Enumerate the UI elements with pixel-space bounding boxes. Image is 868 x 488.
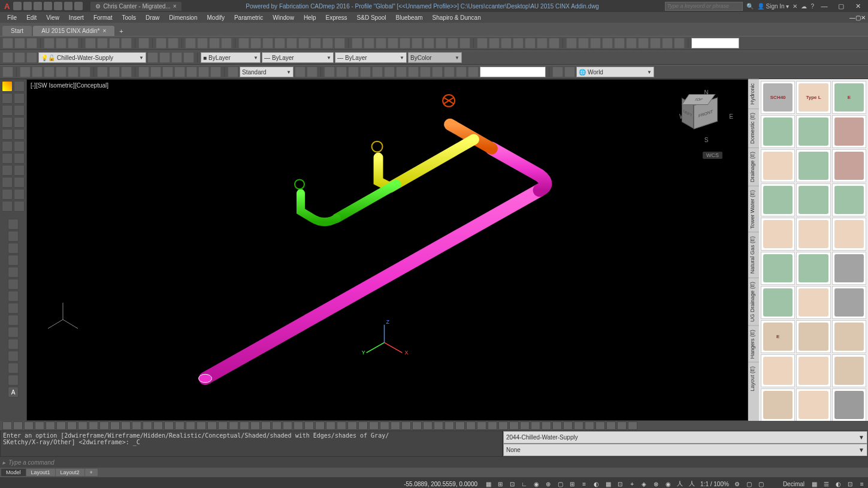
palette-item[interactable] <box>832 286 866 319</box>
palette-item[interactable]: E <box>761 320 795 353</box>
zoom-window-button[interactable] <box>209 38 220 49</box>
cadmep-button[interactable] <box>218 421 228 430</box>
menu-tools[interactable]: Tools <box>117 13 141 22</box>
tool-button[interactable] <box>602 38 613 49</box>
palette-item[interactable] <box>761 115 795 148</box>
cadmep-button[interactable] <box>498 421 508 430</box>
status-toggle[interactable]: ⚙ <box>731 478 743 488</box>
cadmep-button[interactable] <box>132 421 141 430</box>
draw-button[interactable] <box>2 93 13 104</box>
undo-button[interactable] <box>156 38 167 49</box>
draw-button[interactable] <box>14 165 25 176</box>
tool-button[interactable] <box>286 38 297 49</box>
new-button[interactable] <box>2 38 13 49</box>
status-toggle[interactable]: ⊡ <box>844 478 856 488</box>
draw-button[interactable] <box>14 93 25 104</box>
menu-help[interactable]: Help <box>299 13 321 22</box>
layer-button[interactable] <box>147 52 158 63</box>
draw-button[interactable] <box>2 141 13 152</box>
viewcube-east[interactable]: E <box>729 113 733 120</box>
cadmep-button[interactable] <box>175 421 185 430</box>
signin-link[interactable]: 👤 Sign In ▾ <box>757 3 790 10</box>
tool-button[interactable] <box>228 67 238 77</box>
wcs-label[interactable]: WCS <box>703 152 722 159</box>
tool-button[interactable] <box>435 38 446 49</box>
tool-button[interactable] <box>477 38 488 49</box>
cadmep-button[interactable] <box>444 421 454 430</box>
tool-button[interactable] <box>150 67 161 77</box>
cadmep-button[interactable] <box>78 421 87 430</box>
menu-modify[interactable]: Modify <box>202 13 229 22</box>
tool-button[interactable] <box>121 67 132 77</box>
modify-button[interactable] <box>8 363 19 373</box>
draw-button[interactable] <box>14 129 25 140</box>
menu-express[interactable]: Express <box>320 13 352 22</box>
menu-shapiro[interactable]: Shapiro & Duncan <box>428 13 486 22</box>
palette-item[interactable] <box>832 218 866 251</box>
menu-edit[interactable]: Edit <box>22 13 41 22</box>
cadmep-button[interactable] <box>304 421 314 430</box>
maximize-icon[interactable]: ▢ <box>834 2 848 10</box>
status-toggle[interactable]: ▦ <box>482 478 494 488</box>
tool-button[interactable] <box>459 38 470 49</box>
menu-window[interactable]: Window <box>268 13 299 22</box>
block-button[interactable] <box>138 38 149 49</box>
modify-button[interactable] <box>8 267 19 278</box>
palette-item[interactable] <box>796 354 830 387</box>
palette-item[interactable] <box>761 218 795 251</box>
service-combo[interactable]: 2044-Chilled-Water-Supply▼ <box>503 431 867 444</box>
menu-sdspool[interactable]: S&D Spool <box>352 13 391 22</box>
paste-button[interactable] <box>109 38 120 49</box>
tool-button[interactable] <box>174 67 185 77</box>
input-field[interactable] <box>691 38 739 49</box>
modify-button[interactable] <box>8 303 19 314</box>
tab-layout2[interactable]: Layout2 <box>56 469 84 476</box>
tool-button[interactable] <box>626 38 637 49</box>
palette-tab-ugdrainage[interactable]: UG Drainage (E) <box>748 278 759 326</box>
tool-button[interactable] <box>322 38 333 49</box>
cadmep-button[interactable] <box>164 421 174 430</box>
color-combo[interactable]: ■ ByLayer▼ <box>201 52 261 63</box>
tool-button[interactable] <box>44 67 55 77</box>
doc-minimize-icon[interactable]: — <box>849 14 855 21</box>
cadmep-button[interactable] <box>574 421 583 430</box>
status-toggle[interactable]: ▢ <box>755 478 767 488</box>
tool-button[interactable] <box>552 67 563 77</box>
section-combo[interactable]: None▼ <box>503 444 867 456</box>
viewcube-south[interactable]: S <box>704 137 709 143</box>
palette-item[interactable] <box>832 183 866 216</box>
tool-button[interactable] <box>650 38 661 49</box>
tool-button[interactable] <box>578 38 589 49</box>
palette-item[interactable] <box>796 320 830 353</box>
command-input[interactable]: ▸ Type a command <box>0 457 868 468</box>
modify-button[interactable] <box>8 327 19 338</box>
cadmep-button[interactable] <box>121 421 131 430</box>
palette-item[interactable] <box>832 388 866 421</box>
publish-button[interactable] <box>68 38 78 49</box>
cadmep-button[interactable] <box>563 421 573 430</box>
status-toggle[interactable]: + <box>626 478 638 488</box>
tool-button[interactable] <box>32 67 43 77</box>
status-toggle[interactable]: ⊗ <box>650 478 662 488</box>
modify-button[interactable] <box>8 243 19 254</box>
match-button[interactable] <box>121 38 132 49</box>
save-button[interactable] <box>26 38 37 49</box>
status-toggle[interactable]: ⊡ <box>614 478 626 488</box>
status-toggle[interactable]: ◐ <box>590 478 602 488</box>
tool-button[interactable] <box>310 38 321 49</box>
palette-item[interactable] <box>832 320 866 353</box>
doc-restore-icon[interactable]: ▢ <box>855 14 861 21</box>
layer-button[interactable] <box>14 52 25 63</box>
draw-button[interactable] <box>14 177 25 188</box>
cadmep-button[interactable] <box>250 421 260 430</box>
status-toggle[interactable]: ∟ <box>518 478 530 488</box>
cadmep-button[interactable] <box>434 421 443 430</box>
draw-button[interactable] <box>14 153 25 164</box>
cadmep-button[interactable] <box>337 421 346 430</box>
units-display[interactable]: Decimal <box>779 481 808 487</box>
zoom-button[interactable] <box>197 38 208 49</box>
draw-button[interactable] <box>14 189 25 200</box>
tool-button[interactable] <box>513 38 524 49</box>
draw-button[interactable] <box>2 189 13 200</box>
cadmep-button[interactable] <box>315 421 325 430</box>
